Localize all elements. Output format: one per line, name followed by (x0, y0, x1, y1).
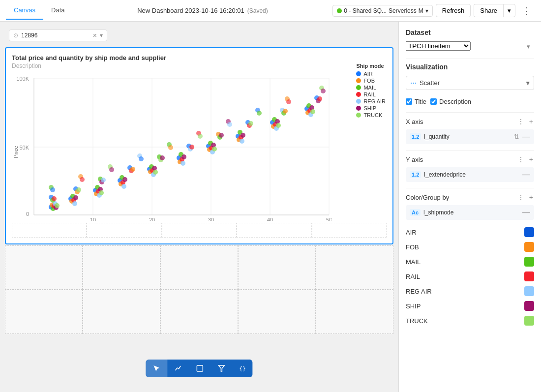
empty-grid-2 (5, 290, 393, 334)
tool-filter[interactable] (210, 360, 232, 377)
svg-point-135 (321, 89, 326, 93)
topbar-center: New Dashboard 2023-10-16 16:20:01 (Saved… (79, 7, 327, 14)
svg-point-45 (122, 177, 127, 182)
svg-point-121 (109, 167, 114, 172)
tab-canvas[interactable]: Canvas (6, 1, 43, 20)
divider-4 (406, 188, 534, 188)
legend-label-regair: REG AIR (363, 98, 386, 104)
topbar: Canvas Data New Dashboard 2023-10-16 16:… (0, 0, 541, 22)
status-badge[interactable]: 0 - Shared SQ... Serverless M ▾ (332, 5, 432, 17)
filter-down-icon[interactable]: ▾ (100, 32, 103, 39)
legend-dot-mail (356, 85, 361, 90)
y-field-remove-button[interactable]: — (522, 170, 530, 179)
x-field-remove-button[interactable]: — (522, 132, 530, 141)
svg-point-117 (50, 187, 55, 192)
chart-description: Description (12, 62, 387, 69)
x-axis-label: X axis (406, 118, 423, 125)
svg-text:50: 50 (326, 217, 331, 221)
legend-dot-truck (356, 113, 361, 118)
svg-point-123 (139, 156, 144, 161)
svg-point-103 (189, 145, 194, 150)
color-field: Ac l_shipmode — (406, 205, 534, 220)
bottom-toolbar: {} (146, 360, 252, 377)
legend-item-air: AIR (356, 71, 386, 77)
y-axis-section: Y axis ⋮ + 1.2 l_extendedprice — (406, 154, 534, 182)
color-label-regair: REG AIR (406, 288, 432, 295)
description-checkbox[interactable] (430, 98, 437, 105)
color-label-truck: TRUCK (406, 317, 428, 325)
description-checkbox-label: Description (439, 98, 471, 105)
svg-text:0: 0 (26, 211, 29, 217)
description-checkbox-item: Description (430, 98, 471, 105)
tool-select[interactable] (146, 360, 167, 377)
status-chevron-icon: ▾ (425, 7, 428, 14)
color-more-icon[interactable]: ⋮ (516, 192, 525, 202)
filter-clear-button[interactable]: × (93, 31, 97, 39)
legend-title: Ship mode (356, 63, 386, 69)
color-swatch-rail[interactable] (524, 271, 534, 281)
status-dot (337, 8, 342, 13)
title-desc-row: Title Description (406, 98, 534, 105)
x-axis-add-icon[interactable]: + (528, 117, 534, 126)
y-axis-header: Y axis ⋮ + (406, 154, 534, 164)
color-swatch-regair[interactable] (524, 286, 534, 296)
share-chevron-button[interactable]: ▾ (503, 4, 515, 17)
svg-text:Price: Price (13, 146, 19, 158)
color-swatch-truck[interactable] (524, 316, 534, 326)
y-axis-add-icon[interactable]: + (528, 154, 534, 164)
color-field-name: l_shipmode (423, 209, 519, 216)
x-field-type: 1.2 (410, 133, 421, 140)
svg-text:100K: 100K (16, 76, 29, 82)
title-checkbox-label: Title (415, 98, 426, 105)
color-swatch-ship[interactable] (524, 301, 534, 311)
y-field-type: 1.2 (410, 171, 421, 178)
color-label-rail: RAIL (406, 273, 420, 280)
svg-point-57 (180, 161, 185, 166)
color-group-section: Color/Group by ⋮ + Ac l_shipmode — AIR F… (406, 192, 534, 328)
color-label-fob: FOB (406, 243, 419, 251)
color-swatch-mail[interactable] (524, 257, 534, 267)
filter-tag[interactable]: ⊙ 12896 × ▾ (9, 30, 107, 41)
svg-point-26 (55, 203, 60, 208)
color-swatch-air[interactable] (524, 227, 534, 237)
svg-point-109 (248, 121, 253, 126)
title-checkbox-item: Title (406, 98, 426, 105)
color-field-remove-button[interactable]: — (522, 208, 530, 217)
color-group-label: Color/Group by (406, 194, 449, 201)
tool-chart[interactable] (167, 360, 189, 377)
color-swatch-fob[interactable] (524, 242, 534, 252)
canvas-wrapper: ⊙ 12896 × ▾ Total price and quantity by … (0, 22, 398, 392)
title-checkbox[interactable] (406, 98, 412, 105)
svg-point-58 (181, 154, 186, 159)
more-options-button[interactable]: ⋮ (518, 3, 535, 19)
legend-label-mail: MAIL (363, 85, 376, 90)
y-axis-field: 1.2 l_extendedprice — (406, 167, 534, 182)
svg-text:20: 20 (149, 217, 155, 221)
color-add-icon[interactable]: + (528, 192, 534, 202)
y-axis-more-icon[interactable]: ⋮ (516, 154, 525, 164)
x-axis-more-icon[interactable]: ⋮ (516, 117, 525, 126)
dataset-select[interactable]: TPCH lineitem (406, 41, 471, 51)
visualization-select-wrapper[interactable]: ⋯ Scatter ▾ (406, 76, 534, 90)
scatter-icon: ⋯ (410, 79, 417, 87)
dashboard-title: New Dashboard 2023-10-16 16:20:01 (137, 7, 244, 14)
vis-chevron-icon: ▾ (526, 79, 530, 87)
svg-point-65 (212, 147, 217, 151)
tab-data[interactable]: Data (43, 1, 72, 20)
legend-item-fob: FOB (356, 78, 386, 84)
main-layout: ⊙ 12896 × ▾ Total price and quantity by … (0, 22, 541, 392)
legend-dot-fob (356, 78, 361, 83)
tool-box[interactable] (189, 360, 210, 377)
svg-point-52 (153, 170, 158, 175)
chart-legend: Ship mode AIR FOB MAIL (356, 63, 386, 119)
sort-icon[interactable]: ⇅ (513, 133, 519, 141)
tool-code[interactable]: {} (232, 360, 252, 377)
svg-point-119 (80, 177, 85, 182)
color-item-ship: SHIP (406, 299, 534, 313)
refresh-button[interactable]: Refresh (436, 4, 471, 17)
share-button[interactable]: Share (474, 4, 503, 17)
empty-grid (5, 245, 393, 290)
dataset-section: Dataset TPCH lineitem (406, 29, 534, 51)
legend-dot-air (356, 71, 361, 76)
color-group-actions: ⋮ + (516, 192, 534, 202)
